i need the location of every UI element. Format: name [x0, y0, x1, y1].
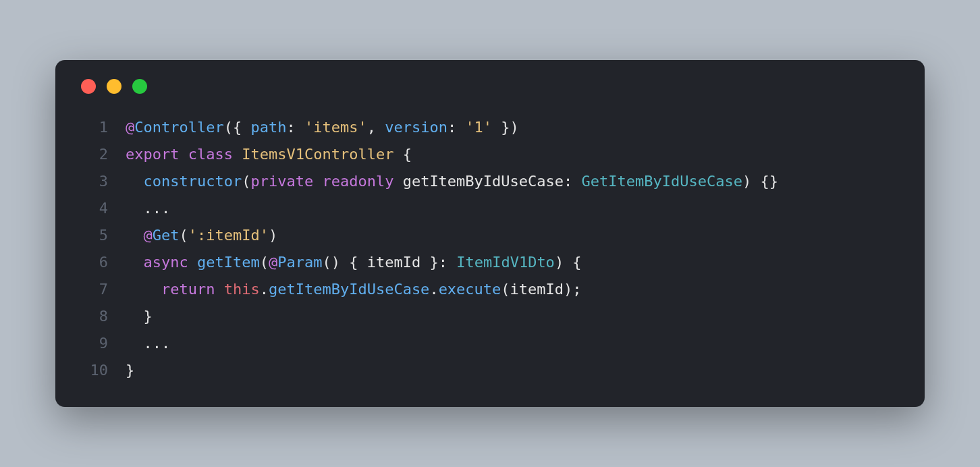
- code-content: @Get(':itemId'): [126, 222, 277, 249]
- code-line: 8 }: [78, 303, 902, 330]
- code-content: ...: [126, 195, 170, 222]
- code-line: 4 ...: [78, 195, 902, 222]
- line-number: 1: [78, 114, 108, 141]
- minimize-icon[interactable]: [107, 79, 121, 94]
- code-line: 3 constructor(private readonly getItemBy…: [78, 168, 902, 195]
- code-content: async getItem(@Param() { itemId }: ItemI…: [126, 249, 582, 276]
- maximize-icon[interactable]: [132, 79, 147, 94]
- line-number: 9: [78, 330, 108, 357]
- code-line: 10 }: [78, 357, 902, 384]
- traffic-lights: [78, 79, 902, 94]
- code-line: 9 ...: [78, 330, 902, 357]
- line-number: 5: [78, 222, 108, 249]
- line-number: 8: [78, 303, 108, 330]
- line-number: 6: [78, 249, 108, 276]
- code-content: return this.getItemByIdUseCase.execute(i…: [126, 276, 582, 303]
- code-line: 2 export class ItemsV1Controller {: [78, 141, 902, 168]
- close-icon[interactable]: [81, 79, 96, 94]
- code-content: constructor(private readonly getItemById…: [126, 168, 778, 195]
- code-line: 6 async getItem(@Param() { itemId }: Ite…: [78, 249, 902, 276]
- code-editor[interactable]: 1 @Controller({ path: 'items', version: …: [78, 114, 902, 384]
- line-number: 2: [78, 141, 108, 168]
- code-line: 7 return this.getItemByIdUseCase.execute…: [78, 276, 902, 303]
- code-line: 5 @Get(':itemId'): [78, 222, 902, 249]
- code-line: 1 @Controller({ path: 'items', version: …: [78, 114, 902, 141]
- line-number: 10: [78, 357, 108, 384]
- line-number: 3: [78, 168, 108, 195]
- code-content: @Controller({ path: 'items', version: '1…: [126, 114, 519, 141]
- line-number: 4: [78, 195, 108, 222]
- line-number: 7: [78, 276, 108, 303]
- code-content: }: [126, 357, 134, 384]
- code-content: export class ItemsV1Controller {: [126, 141, 412, 168]
- code-window: 1 @Controller({ path: 'items', version: …: [55, 60, 925, 407]
- code-content: ...: [126, 330, 170, 357]
- code-content: }: [126, 303, 153, 330]
